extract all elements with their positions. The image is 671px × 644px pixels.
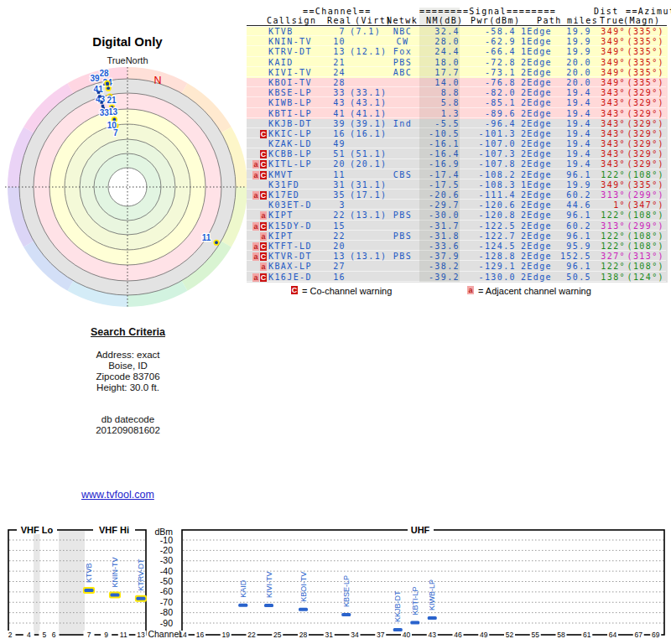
dbm-tick-label: -30 [160, 555, 173, 565]
channel-tick-label: 2 [8, 631, 13, 639]
cell-magn: (335°) [626, 58, 666, 67]
cell-virt: (33.1) [346, 88, 386, 97]
cell-miles: 96.1 [555, 262, 591, 271]
dbm-tick-label: -20 [160, 545, 173, 555]
dbm-tick-label: -40 [160, 566, 173, 576]
cell-netwk [386, 98, 419, 107]
cell-path: 2Edge [516, 68, 555, 77]
cell-miles: 19.9 [555, 180, 591, 190]
cell-virt: (16.1) [346, 129, 386, 138]
cell-path: 2Edge [516, 262, 555, 271]
cell-true: 313° [591, 190, 626, 200]
cell-path: 1Edge [516, 37, 555, 46]
cell-magn: (329°) [626, 98, 666, 107]
tvfool-link[interactable]: www.tvfool.com [81, 489, 154, 501]
cell-real: 3 [329, 200, 346, 210]
cell-nm: -37.9 [419, 252, 460, 261]
signal-bar [341, 613, 351, 616]
col-path: Path [537, 16, 562, 25]
cell-netwk: Fox [386, 47, 419, 56]
cell-pwr: -107.3 [460, 149, 516, 158]
cell-magn: (329°) [626, 149, 666, 158]
cell-virt: (41.1) [346, 109, 386, 118]
co-channel-badge: C [260, 130, 267, 138]
cell-pwr: -107.0 [460, 139, 516, 148]
cell-callsign: KKIC-LP [267, 129, 329, 138]
cell-callsign: KMVT [267, 170, 329, 179]
cell-warn: a [247, 262, 267, 271]
cell-virt: (12.1) [346, 47, 386, 56]
cell-miles: 60.2 [555, 190, 591, 200]
cell-netwk: PBS [386, 231, 419, 241]
channel-tick-label: 11 [120, 631, 127, 639]
cell-path: 2Edge [516, 119, 555, 128]
cell-netwk: NBC [386, 27, 419, 36]
cell-netwk [386, 221, 419, 231]
channel-tick-label: 5 [42, 631, 46, 639]
cell-warn: a [247, 210, 267, 220]
cell-nm: 14.0 [419, 78, 460, 87]
cell-pwr: -128.8 [460, 252, 516, 261]
cell-magn: (108°) [626, 242, 666, 251]
cell-virt: (17.1) [346, 190, 386, 200]
station-channel-label: 10 [107, 121, 117, 130]
adjacent-channel-badge: a [467, 286, 474, 294]
cell-pwr: -72.8 [460, 58, 516, 67]
cell-warn: aC [247, 170, 267, 179]
cell-real: 41 [329, 109, 346, 118]
cell-warn [247, 139, 267, 148]
cell-real: 31 [329, 180, 346, 190]
cell-magn: (329°) [626, 139, 666, 148]
station-channel-label: 21 [107, 96, 117, 105]
cell-virt [346, 78, 386, 87]
cell-virt [346, 231, 386, 241]
cell-miles: 20.0 [555, 58, 591, 67]
table-row: KAID21PBS18.0-72.82Edge20.0349°(335°) [247, 58, 668, 68]
channel-tick-label: 61 [583, 631, 591, 639]
cell-virt [346, 200, 386, 210]
channel-tick-label: 40 [403, 631, 411, 639]
cell-netwk [386, 180, 419, 190]
cell-pwr: -120.8 [460, 210, 516, 220]
cell-netwk: CW [386, 37, 419, 46]
station-callsign-label: KIWB-LP [428, 579, 436, 610]
cell-warn [247, 109, 267, 118]
channel-tick-label: 28 [299, 631, 308, 639]
channel-tick-label: 37 [377, 631, 385, 639]
header-azimuth-group: ==Azimuth== [626, 7, 671, 16]
channel-tick-label: 13 [137, 631, 145, 639]
cell-pwr: -101.3 [460, 129, 516, 138]
table-row: aCK16JE-D16-39.2-130.02Edge50.5138°(124°… [247, 273, 668, 283]
station-channel-label: 11 [202, 233, 211, 242]
table-rows: KTVB7(7.1)NBC32.4-58.41Edge19.9349°(335°… [247, 27, 668, 283]
cell-nm: -38.2 [419, 262, 460, 271]
cell-callsign: KBTI-LP [267, 109, 329, 118]
cell-magn: (329°) [626, 119, 666, 128]
co-channel-legend-text: = Co-channel warning [302, 286, 392, 296]
cell-miles: 19.9 [555, 27, 591, 36]
cell-true: 122° [591, 231, 626, 241]
channel-tick-label: 31 [325, 631, 334, 639]
cell-nm: -39.2 [419, 273, 460, 282]
cell-real: 21 [329, 58, 346, 67]
cell-nm: 32.4 [419, 27, 460, 36]
cell-warn [247, 78, 267, 87]
signal-bar [428, 616, 437, 620]
cell-real: 16 [329, 129, 346, 138]
cell-callsign: KIVI-TV [267, 68, 329, 77]
station-marker [97, 91, 100, 93]
table-row: K31FD31(31.1)-17.5-108.31Edge19.9349°(33… [247, 180, 668, 190]
cell-nm: -31.8 [419, 231, 460, 241]
cell-magn: (299°) [626, 221, 666, 231]
adjacent-channel-badge: a [252, 222, 259, 231]
cell-pwr: -76.8 [460, 78, 516, 87]
signal-bar [264, 604, 273, 607]
cell-warn [247, 200, 267, 210]
cell-real: 49 [329, 139, 346, 148]
cell-nm: -16.1 [419, 139, 460, 148]
cell-true: 1° [591, 200, 626, 210]
dbm-tick-label: -60 [160, 586, 173, 596]
table-row: KNIN-TV10CW28.0-62.91Edge19.9349°(335°) [247, 37, 668, 47]
adjacent-channel-badge: a [252, 242, 259, 251]
cell-magn: (329°) [626, 159, 666, 169]
